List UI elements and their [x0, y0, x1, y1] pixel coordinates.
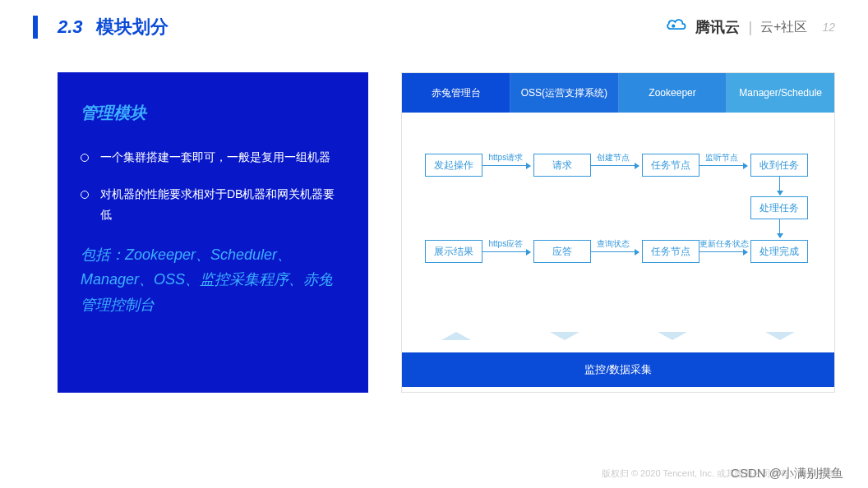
management-module-panel: 管理模块 一个集群搭建一套即可，一般是复用一组机器 对机器的性能要求相对于DB机…	[58, 72, 368, 393]
col-header-chitu: 赤兔管理台	[402, 73, 510, 113]
triangle-up-icon	[441, 332, 471, 340]
tencent-cloud-icon	[664, 17, 687, 37]
brand-community: 云+社区	[760, 19, 807, 36]
monitoring-bar: 监控/数据采集	[402, 352, 834, 387]
accent-bar	[33, 16, 38, 39]
arrow-label: 查询状态	[597, 238, 630, 250]
arrow-label: 更新任务状态	[699, 238, 749, 250]
arrow-icon	[591, 165, 639, 166]
arrow-icon	[591, 251, 639, 252]
page-number: 12	[822, 21, 835, 34]
box-receive-task: 收到任务	[750, 154, 808, 177]
box-process-done: 处理完成	[750, 240, 808, 263]
arrow-icon	[779, 177, 780, 195]
architecture-diagram: 赤兔管理台 OSS(运营支撑系统) Zookeeper Manager/Sche…	[401, 72, 835, 393]
bullet-item: 一个集群搭建一套即可，一般是复用一组机器	[81, 147, 345, 168]
col-header-manager: Manager/Schedule	[727, 73, 834, 113]
arrow-label: 监听节点	[705, 152, 738, 163]
arrow-icon	[779, 219, 780, 237]
arrow-icon	[482, 165, 530, 166]
box-show-result: 展示结果	[425, 240, 482, 263]
box-process-task: 处理任务	[750, 196, 808, 219]
brand-divider: |	[748, 19, 752, 36]
triangle-down-icon	[550, 332, 579, 340]
arrow-label: https应答	[488, 238, 523, 250]
bullet-item: 对机器的性能要求相对于DB机器和网关机器要低	[81, 184, 345, 225]
box-task-node-2: 任务节点	[642, 240, 699, 263]
col-header-oss: OSS(运营支撑系统)	[510, 73, 619, 113]
triangle-down-icon	[658, 332, 687, 340]
arrow-label: https请求	[488, 152, 523, 163]
arrow-icon	[482, 251, 530, 252]
box-initiate: 发起操作	[425, 154, 482, 177]
section-title: 模块划分	[96, 15, 169, 39]
panel-title: 管理模块	[81, 102, 345, 124]
arrow-icon	[699, 165, 747, 166]
includes-text: 包括：Zookeeper、Scheduler、Manager、OSS、监控采集程…	[81, 242, 345, 318]
arrow-icon	[699, 251, 747, 252]
box-task-node: 任务节点	[642, 154, 699, 177]
triangle-down-icon	[765, 332, 795, 340]
svg-point-0	[672, 25, 675, 28]
box-request: 请求	[533, 154, 591, 177]
brand-tencent-cloud: 腾讯云	[695, 17, 740, 37]
watermark-text: CSDN @小满别摸鱼	[731, 466, 843, 481]
section-number: 2.3	[58, 16, 83, 38]
arrow-label: 创建节点	[597, 152, 630, 163]
box-response: 应答	[533, 240, 591, 263]
col-header-zookeeper: Zookeeper	[619, 73, 727, 113]
